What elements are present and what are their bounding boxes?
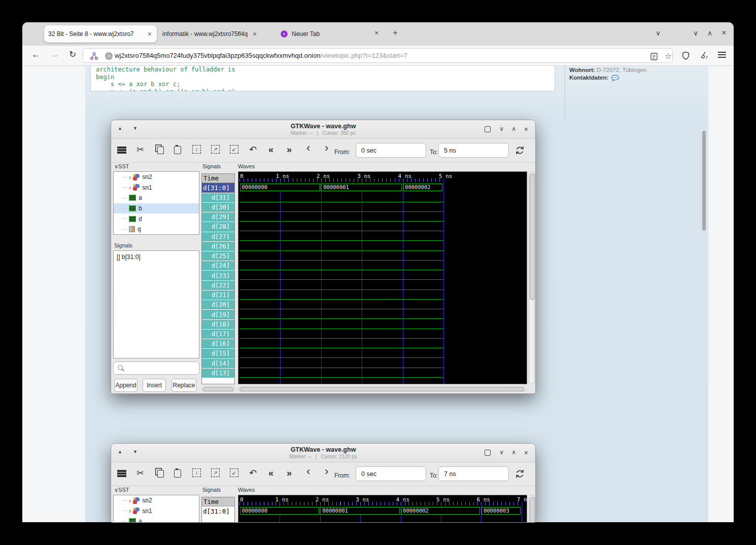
collapse-chevron-icon[interactable]: ∨ bbox=[114, 487, 118, 493]
wave-hscrollbar[interactable] bbox=[238, 386, 527, 391]
titlebar[interactable]: ▲▼GTKWave - wave.ghwMarker: --|Cursor: 2… bbox=[111, 444, 535, 462]
window-close-icon[interactable]: × bbox=[524, 449, 528, 456]
scrollbar-thumb[interactable] bbox=[530, 497, 535, 523]
selected-signals-panel[interactable]: [] b[31:0] bbox=[113, 250, 199, 358]
tree-item-q[interactable]: q bbox=[114, 224, 199, 235]
wave-canvas[interactable]: 01 ns2 ns3 ns4 ns5 ns0000000000000001000… bbox=[238, 171, 527, 384]
skip-to-end-icon[interactable]: » bbox=[287, 468, 291, 478]
reload-waves-icon[interactable] bbox=[514, 468, 525, 479]
tab-close-icon[interactable]: × bbox=[147, 30, 153, 38]
zoom-out-icon[interactable]: ↗ bbox=[211, 468, 220, 477]
menu-icon[interactable] bbox=[117, 470, 126, 472]
undo-icon[interactable]: ↶ bbox=[249, 145, 257, 154]
signal-bit-row[interactable]: d[26] bbox=[202, 241, 234, 251]
tree-item-sn1[interactable]: ›sn1 bbox=[114, 183, 199, 193]
signal-bit-row[interactable]: d[24] bbox=[202, 261, 234, 270]
sst-header[interactable]: ∨SST bbox=[114, 163, 129, 170]
window-shade-icon[interactable]: ∨ bbox=[499, 126, 504, 132]
window-shade-icon[interactable]: ∨ bbox=[499, 449, 504, 455]
to-input[interactable] bbox=[438, 466, 509, 481]
forward-icon[interactable]: → bbox=[50, 50, 59, 59]
cut-icon[interactable]: ✂ bbox=[136, 145, 144, 154]
signal-bit-row[interactable]: d[20] bbox=[202, 300, 234, 309]
scrollbar-thumb[interactable] bbox=[203, 387, 233, 391]
back-icon[interactable]: ← bbox=[31, 50, 40, 59]
collapse-chevron-icon[interactable]: ∨ bbox=[114, 163, 118, 169]
signal-bit-row[interactable]: d[14] bbox=[202, 358, 234, 368]
replace-button[interactable]: Replace bbox=[171, 379, 196, 392]
cut-icon[interactable]: ✂ bbox=[136, 468, 144, 478]
onion-site-icon[interactable] bbox=[105, 52, 113, 60]
paste-icon[interactable] bbox=[174, 146, 181, 154]
copy-icon[interactable] bbox=[157, 147, 164, 154]
window-unshade-icon[interactable]: ∧ bbox=[511, 449, 516, 455]
wave-vscrollbar[interactable] bbox=[529, 171, 535, 384]
signal-bit-row[interactable]: d[28] bbox=[202, 222, 234, 231]
zoom-in-icon[interactable]: ↙ bbox=[230, 468, 238, 477]
signal-bit-row[interactable]: d[31] bbox=[202, 193, 234, 202]
chevron-right-icon[interactable]: › bbox=[129, 507, 131, 515]
clean-broom-icon[interactable] bbox=[699, 51, 709, 60]
skip-to-start-icon[interactable]: « bbox=[268, 468, 273, 478]
signal-bit-row[interactable]: d[27] bbox=[202, 232, 234, 241]
wave-vscrollbar[interactable] bbox=[529, 495, 535, 523]
chevron-right-icon[interactable]: › bbox=[129, 173, 131, 181]
signal-bit-row[interactable]: d[13] bbox=[202, 368, 234, 378]
zoom-fit-icon[interactable]: ↕ bbox=[192, 468, 201, 477]
step-left-icon[interactable]: ‹ bbox=[306, 466, 310, 477]
url-bar[interactable]: wj2xtsro75fl4q5mo724fudy375vblpqfai3pzp6… bbox=[83, 48, 673, 63]
zoom-fit-icon[interactable]: ↕ bbox=[192, 145, 201, 154]
signal-bus-row[interactable]: d[31:0] bbox=[202, 506, 234, 516]
zoom-out-icon[interactable]: ↗ bbox=[211, 145, 220, 154]
paste-icon[interactable] bbox=[174, 469, 181, 478]
shade-up-icon[interactable]: ▲ bbox=[118, 126, 122, 131]
menu-icon[interactable] bbox=[117, 147, 126, 149]
signal-bit-row[interactable]: d[15] bbox=[202, 348, 234, 358]
tab-close-icon[interactable]: × bbox=[374, 29, 379, 37]
signal-bit-row[interactable]: d[21] bbox=[202, 290, 234, 300]
tree-item-sn2[interactable]: ›sn2 bbox=[114, 495, 199, 506]
page-scrollbar-thumb[interactable] bbox=[702, 131, 706, 231]
scrollbar-thumb[interactable] bbox=[239, 387, 525, 391]
shade-up-icon[interactable]: ▲ bbox=[118, 450, 122, 454]
wave-canvas[interactable]: 01 ns2 ns3 ns4 ns5 ns6 ns7 ns00000000000… bbox=[238, 495, 527, 523]
menu-hamburger-icon[interactable] bbox=[718, 52, 726, 53]
window-close-icon[interactable]: × bbox=[721, 29, 726, 37]
window-close-icon[interactable]: × bbox=[524, 126, 528, 133]
skip-to-end-icon[interactable]: » bbox=[287, 145, 291, 154]
step-left-icon[interactable]: ‹ bbox=[306, 142, 310, 154]
undo-icon[interactable]: ↶ bbox=[249, 468, 257, 478]
signal-bus-row[interactable]: d[31:0] bbox=[202, 183, 234, 193]
shade-down-icon[interactable]: ▼ bbox=[133, 450, 138, 454]
list-tabs-chevron-icon[interactable]: ∨ bbox=[656, 29, 661, 37]
sst-header[interactable]: ∨SST bbox=[114, 487, 129, 493]
shield-icon[interactable] bbox=[681, 51, 690, 60]
tab-close-icon[interactable]: × bbox=[252, 30, 258, 38]
signal-bit-row[interactable]: d[22] bbox=[202, 280, 234, 290]
signal-bit-row[interactable]: d[25] bbox=[202, 251, 234, 261]
append-button[interactable]: Append bbox=[114, 379, 138, 392]
tree-item-sn1[interactable]: ›sn1 bbox=[114, 506, 199, 517]
signal-bit-row[interactable]: d[19] bbox=[202, 309, 234, 319]
window-unshade-icon[interactable]: ∧ bbox=[511, 126, 516, 132]
tab-informatik[interactable]: informatik - www.wj2xtsro75fl4q × bbox=[162, 25, 258, 43]
tor-circuit-icon[interactable] bbox=[90, 52, 98, 60]
window-maximize-icon[interactable]: ∧ bbox=[707, 29, 712, 37]
reload-icon[interactable]: ↻ bbox=[69, 50, 76, 59]
tree-item-d[interactable]: d bbox=[114, 213, 199, 224]
tab-neuer-tab[interactable]: Neuer Tab bbox=[281, 25, 320, 43]
titlebar[interactable]: ▲▼GTKWave - wave.ghwMarker: --|Cursor: 3… bbox=[111, 120, 535, 139]
insert-button[interactable]: Insert bbox=[143, 379, 166, 392]
bookmark-star-icon[interactable]: ☆ bbox=[665, 51, 672, 61]
window-minimize-icon[interactable]: ∨ bbox=[693, 29, 698, 37]
tab-active[interactable]: 32 Bit - Seite 8 - www.wj2xtsro7 × bbox=[44, 25, 157, 43]
signal-list-hscrollbar[interactable] bbox=[201, 386, 235, 391]
from-input[interactable] bbox=[356, 466, 426, 481]
signal-bit-row[interactable]: d[17] bbox=[202, 329, 234, 339]
tree-item-sn2[interactable]: ›sn2 bbox=[114, 172, 199, 183]
chevron-right-icon[interactable]: › bbox=[129, 184, 131, 191]
reload-waves-icon[interactable] bbox=[514, 145, 525, 156]
skip-to-start-icon[interactable]: « bbox=[268, 145, 273, 154]
step-right-icon[interactable]: › bbox=[325, 466, 328, 477]
time-header[interactable]: Time bbox=[202, 174, 234, 183]
